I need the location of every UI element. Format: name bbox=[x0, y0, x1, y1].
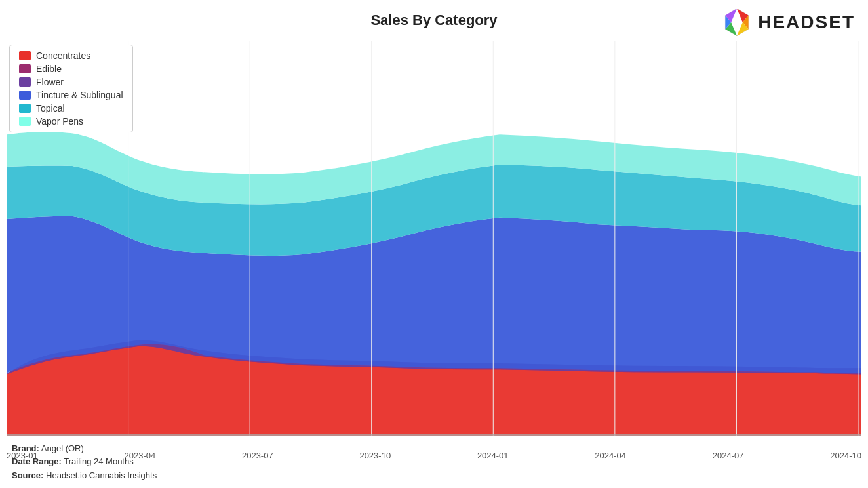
legend-swatch-flower bbox=[19, 77, 31, 87]
legend-item-concentrates: Concentrates bbox=[19, 51, 123, 61]
legend-label-vaporpens: Vapor Pens bbox=[36, 116, 83, 127]
legend-label-concentrates: Concentrates bbox=[36, 51, 90, 61]
legend-label-tincture: Tincture & Sublingual bbox=[36, 90, 123, 100]
legend-swatch-tincture bbox=[19, 91, 31, 100]
footer-date-range-value: Trailing 24 Months bbox=[64, 457, 133, 466]
footer-date-range-label: Date Range: bbox=[12, 457, 62, 466]
footer-info: Brand: Angel (OR) Date Range: Trailing 2… bbox=[12, 442, 157, 483]
legend-label-topical: Topical bbox=[36, 103, 65, 113]
x-label-7: 2024-10 bbox=[830, 451, 861, 460]
chart-legend: Concentrates Edible Flower Tincture & Su… bbox=[9, 45, 133, 132]
x-label-2: 2023-07 bbox=[242, 451, 273, 460]
chart-svg bbox=[7, 41, 861, 436]
legend-swatch-topical bbox=[19, 104, 31, 113]
footer-brand: Brand: Angel (OR) bbox=[12, 442, 157, 456]
legend-item-tincture: Tincture & Sublingual bbox=[19, 90, 123, 100]
page-container: HEADSET Sales By Category Concentrates E… bbox=[0, 0, 868, 488]
legend-label-flower: Flower bbox=[36, 77, 64, 87]
legend-swatch-edible bbox=[19, 64, 31, 73]
legend-swatch-vaporpens bbox=[19, 117, 31, 126]
legend-swatch-concentrates bbox=[19, 51, 31, 60]
x-label-6: 2024-07 bbox=[713, 451, 744, 460]
legend-item-vaporpens: Vapor Pens bbox=[19, 116, 123, 127]
x-label-3: 2023-10 bbox=[359, 451, 391, 460]
x-label-4: 2024-01 bbox=[477, 451, 509, 460]
footer-source: Source: Headset.io Cannabis Insights bbox=[12, 469, 157, 483]
x-label-5: 2024-04 bbox=[595, 451, 626, 460]
footer-date-range: Date Range: Trailing 24 Months bbox=[12, 455, 157, 469]
chart-title: Sales By Category bbox=[0, 12, 868, 29]
legend-item-topical: Topical bbox=[19, 103, 123, 113]
footer-brand-value: Angel (OR) bbox=[41, 443, 84, 453]
footer-source-label: Source: bbox=[12, 470, 43, 480]
legend-label-edible: Edible bbox=[36, 64, 62, 74]
footer-brand-label: Brand: bbox=[12, 443, 39, 453]
chart-area bbox=[7, 41, 861, 436]
legend-item-edible: Edible bbox=[19, 64, 123, 74]
footer-source-value: Headset.io Cannabis Insights bbox=[46, 470, 157, 480]
legend-item-flower: Flower bbox=[19, 77, 123, 87]
